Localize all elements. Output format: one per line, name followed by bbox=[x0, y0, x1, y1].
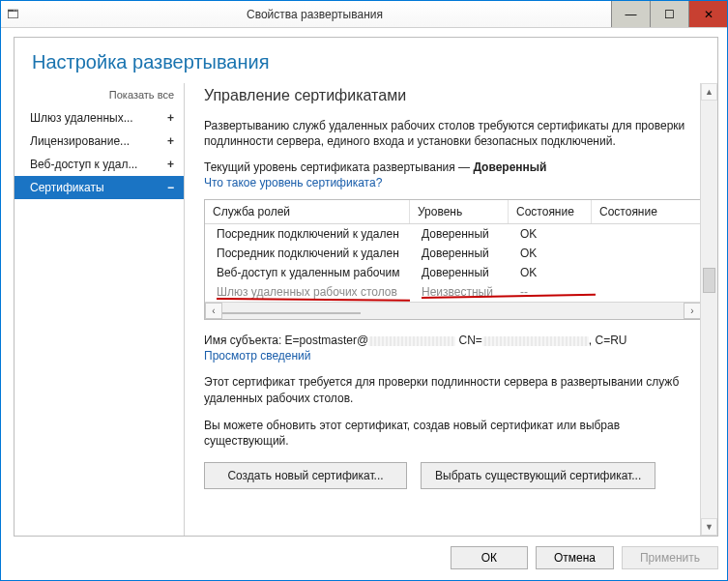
nav-panel: Показать все Шлюз удаленных... + Лицензи… bbox=[15, 83, 185, 536]
select-cert-button[interactable]: Выбрать существующий сертификат... bbox=[421, 462, 655, 489]
close-button[interactable]: ✕ bbox=[688, 1, 727, 27]
expand-icon: + bbox=[167, 134, 174, 148]
maximize-button[interactable]: ☐ bbox=[650, 1, 688, 27]
nav-item-label: Лицензирование... bbox=[30, 134, 130, 148]
section-title: Управление сертификатами bbox=[204, 87, 702, 104]
table-row[interactable]: Шлюз удаленных рабочих столов Неизвестны… bbox=[205, 282, 701, 302]
titlebar: 🗔 Свойства развертывания — ☐ ✕ bbox=[1, 1, 727, 28]
subject-name: Имя субъекта: E=postmaster@ CN=, C=RU bbox=[204, 334, 702, 347]
expand-icon: + bbox=[167, 111, 174, 125]
table-row[interactable]: Посредник подключений к удален Доверенны… bbox=[205, 224, 701, 244]
create-cert-button[interactable]: Создать новый сертификат... bbox=[204, 462, 407, 489]
show-all-link[interactable]: Показать все bbox=[15, 87, 184, 106]
cert-required-text: Этот сертификат требуется для проверки п… bbox=[204, 374, 702, 405]
expand-icon: + bbox=[167, 158, 174, 171]
table-row[interactable]: Посредник подключений к удален Доверенны… bbox=[205, 244, 701, 263]
table-hscrollbar[interactable]: ‹ › bbox=[205, 302, 701, 319]
nav-item-webaccess[interactable]: Веб-доступ к удал... + bbox=[15, 153, 184, 176]
th-state[interactable]: Состояние bbox=[509, 200, 592, 223]
page-title: Настройка развертывания bbox=[15, 38, 717, 83]
intro-text: Развертыванию служб удаленных рабочих ст… bbox=[204, 118, 702, 149]
nav-item-label: Сертификаты bbox=[30, 181, 104, 194]
window-title: Свойства развертывания bbox=[18, 8, 611, 21]
nav-item-label: Веб-доступ к удал... bbox=[30, 158, 137, 171]
scroll-right-icon[interactable]: › bbox=[684, 303, 701, 319]
table-header: Служба ролей Уровень Состояние Состояние bbox=[205, 200, 701, 224]
scroll-down-icon[interactable]: ▼ bbox=[701, 518, 717, 536]
nav-item-gateway[interactable]: Шлюз удаленных... + bbox=[15, 106, 184, 130]
redacted bbox=[482, 336, 589, 346]
minimize-button[interactable]: — bbox=[611, 1, 650, 27]
content-frame: Настройка развертывания Показать все Шлю… bbox=[14, 37, 718, 537]
view-details-link[interactable]: Просмотр сведений bbox=[204, 349, 702, 363]
th-role[interactable]: Служба ролей bbox=[205, 200, 410, 223]
cancel-button[interactable]: Отмена bbox=[536, 546, 614, 569]
nav-item-licensing[interactable]: Лицензирование... + bbox=[15, 130, 184, 153]
cert-table: Служба ролей Уровень Состояние Состояние… bbox=[204, 199, 702, 320]
redacted bbox=[368, 336, 455, 346]
dialog-footer: ОК Отмена Применить bbox=[14, 542, 718, 573]
scroll-up-icon[interactable]: ▲ bbox=[701, 83, 717, 101]
th-state2[interactable]: Состояние bbox=[592, 200, 701, 223]
th-level[interactable]: Уровень bbox=[410, 200, 509, 223]
nav-item-certificates[interactable]: Сертификаты − bbox=[15, 176, 184, 199]
table-row[interactable]: Веб-доступ к удаленным рабочим Доверенны… bbox=[205, 263, 701, 282]
main-vscrollbar[interactable]: ▲ ▼ bbox=[700, 83, 717, 536]
scroll-left-icon[interactable]: ‹ bbox=[205, 303, 222, 319]
apply-button[interactable]: Применить bbox=[622, 546, 718, 569]
main-panel: Управление сертификатами Развертыванию с… bbox=[185, 83, 717, 536]
cert-level-help-link[interactable]: Что такое уровень сертификата? bbox=[204, 176, 702, 189]
cert-update-text: Вы можете обновить этот сертификат, созд… bbox=[204, 418, 702, 449]
nav-item-label: Шлюз удаленных... bbox=[30, 111, 133, 125]
collapse-icon: − bbox=[167, 181, 174, 194]
cert-level-line: Текущий уровень сертификата развертывани… bbox=[204, 160, 702, 174]
window-icon: 🗔 bbox=[7, 8, 18, 21]
ok-button[interactable]: ОК bbox=[451, 546, 528, 569]
